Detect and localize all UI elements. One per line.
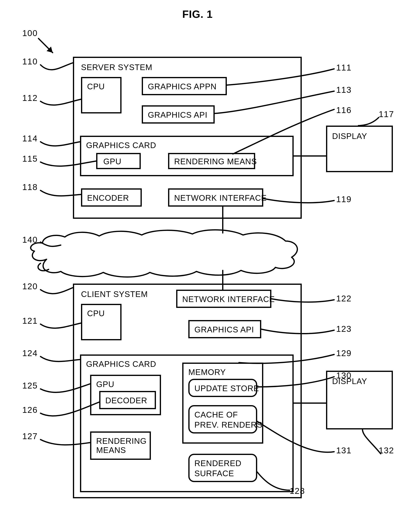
ref-122: 122 — [336, 294, 351, 303]
ref-121: 121 — [22, 316, 38, 326]
diagram-stage: FIG. 1 SERVER SYSTEM CPU GRAPHICS APPN G… — [0, 0, 420, 522]
ref-125: 125 — [22, 381, 38, 391]
ref-113: 113 — [336, 85, 351, 95]
server-cpu-label: CPU — [87, 82, 105, 91]
ref-116: 116 — [336, 105, 351, 115]
client-rendered-surface-label-2: SURFACE — [194, 469, 234, 478]
ref-112: 112 — [22, 93, 38, 103]
ref-100: 100 — [22, 28, 38, 38]
client-memory-label: MEMORY — [188, 368, 226, 377]
server-system-label: SERVER SYSTEM — [81, 63, 152, 72]
ref-140: 140 — [22, 235, 38, 245]
ref-117: 117 — [379, 109, 394, 119]
ref-130: 130 — [336, 371, 351, 380]
client-cpu-label: CPU — [87, 309, 105, 318]
server-network-interface-label: NETWORK INTERFACE — [174, 193, 267, 203]
client-cache-label-2: PREV. RENDERS — [194, 420, 262, 430]
ref-128: 128 — [290, 486, 305, 496]
ref-126: 126 — [22, 405, 38, 415]
ref-129: 129 — [336, 348, 351, 358]
client-network-interface-label: NETWORK INTERFACE — [182, 295, 275, 304]
client-graphics-card-label: GRAPHICS CARD — [86, 360, 156, 369]
ref-123: 123 — [336, 324, 351, 334]
ref-124: 124 — [22, 348, 38, 358]
client-graphics-api-label: GRAPHICS API — [194, 325, 254, 334]
client-gpu-label: GPU — [96, 380, 115, 389]
client-rendered-surface-label-1: RENDERED — [194, 459, 241, 468]
ref-132: 132 — [379, 446, 394, 455]
ref-119: 119 — [336, 194, 351, 204]
ref-110: 110 — [22, 57, 38, 66]
ref-115: 115 — [22, 154, 38, 164]
ref-131: 131 — [336, 446, 351, 455]
server-rendering-means-label: RENDERING MEANS — [174, 157, 257, 166]
client-update-store-label: UPDATE STORE — [194, 384, 259, 393]
client-system-label: CLIENT SYSTEM — [81, 290, 148, 299]
figure-title: FIG. 1 — [182, 8, 213, 20]
ref-111: 111 — [336, 63, 351, 73]
server-graphics-appn-label: GRAPHICS APPN — [148, 82, 217, 91]
client-decoder-label: DECODER — [105, 396, 147, 405]
client-cache-label-1: CACHE OF — [194, 410, 238, 419]
ref-120: 120 — [22, 282, 38, 291]
ref-127: 127 — [22, 431, 38, 441]
server-graphics-card-label: GRAPHICS CARD — [86, 141, 156, 150]
client-rendering-means-label-2: MEANS — [96, 446, 126, 455]
server-encoder-label: ENCODER — [87, 193, 129, 203]
server-gpu-label: GPU — [103, 157, 122, 166]
ref-114: 114 — [22, 134, 38, 143]
server-graphics-api-label: GRAPHICS API — [148, 110, 207, 120]
ref-118: 118 — [22, 182, 38, 192]
server-display-label: DISPLAY — [332, 132, 367, 141]
client-rendering-means-label-1: RENDERING — [96, 437, 147, 446]
